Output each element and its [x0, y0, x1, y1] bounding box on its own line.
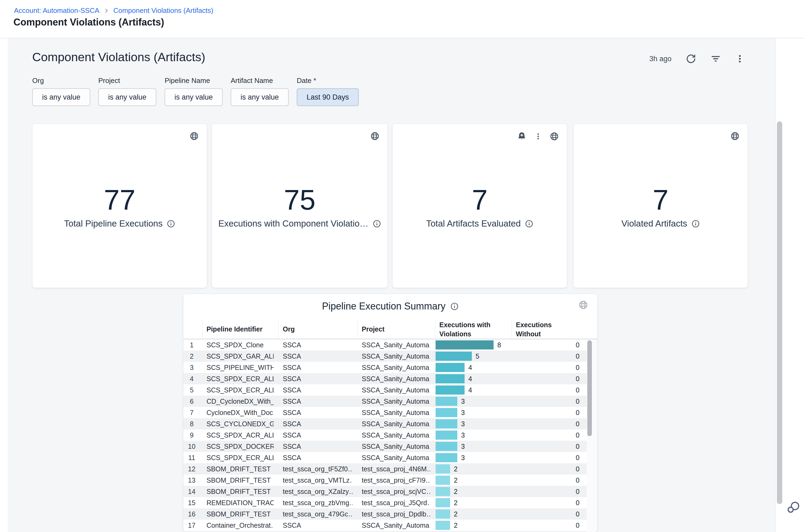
- cell-project: test_ssca_proj_Dpdlb…: [362, 508, 430, 520]
- table-row[interactable]: 4SCS_SPDX_ECR_ALL_…SSCASSCA_Sanity_Autom…: [183, 373, 587, 384]
- filter-org: Orgis any value: [32, 76, 90, 106]
- cell-org: SSCA: [283, 441, 353, 452]
- breadcrumb-page-link[interactable]: Component Violations (Artifacts): [113, 6, 213, 15]
- cell-executions-without-violations: 0: [576, 452, 580, 463]
- stat-label: Executions with Component Violatio…: [218, 218, 369, 229]
- table-row[interactable]: 8SCS_CYCLONEDX_GA…SSCASSCA_Sanity_Automa…: [183, 418, 587, 430]
- kebab-icon[interactable]: [534, 132, 542, 140]
- cell-executions-without-violations: 0: [576, 350, 580, 362]
- cell-org: test_ssca_org_tF5Zf0…: [283, 463, 353, 475]
- violations-bar: [435, 464, 450, 474]
- violations-count: 4: [468, 373, 472, 384]
- table-header: Pipeline Identifier Org Project Executio…: [183, 319, 597, 339]
- cell-org: SSCA: [283, 520, 353, 531]
- filter-pipeline-name-button[interactable]: is any value: [165, 88, 223, 106]
- refresh-icon[interactable]: [686, 53, 696, 64]
- chevron-right-icon: [104, 8, 109, 14]
- table-row[interactable]: 9SCS_SPDX_ACR_ALL…SSCASSCA_Sanity_Automa…: [183, 430, 587, 441]
- filter-date-button[interactable]: Last 90 Days: [297, 88, 359, 106]
- violations-bar: [435, 408, 457, 417]
- table-row[interactable]: 7CycloneDX_With_Doc…SSCASSCA_Sanity_Auto…: [183, 407, 587, 418]
- row-index: 4: [183, 373, 200, 384]
- stat-value: 7: [393, 184, 567, 216]
- filter-label: Project: [98, 76, 156, 88]
- col-header-pipeline-identifier: Pipeline Identifier: [206, 319, 262, 339]
- cell-executions-without-violations: 0: [576, 497, 580, 508]
- cell-project: SSCA_Sanity_Automa…: [362, 407, 430, 418]
- globe-icon[interactable]: [550, 132, 559, 141]
- cell-project: SSCA_Sanity_Automa…: [362, 520, 430, 531]
- bell-plus-icon[interactable]: [517, 132, 527, 141]
- cell-org: test_ssca_org_VMTLz…: [283, 475, 353, 486]
- row-index: 17: [183, 520, 200, 531]
- violations-count: 2: [454, 508, 457, 520]
- cell-executions-without-violations: 0: [576, 362, 580, 373]
- last-refreshed-label: 3h ago: [649, 55, 672, 63]
- filter-org-button[interactable]: is any value: [32, 88, 90, 106]
- info-icon[interactable]: [691, 220, 700, 228]
- filter-date: Date *Last 90 Days: [297, 76, 359, 106]
- cell-org: SSCA: [283, 396, 353, 407]
- table-row[interactable]: 3SCS_PIPELINE_WITH…SSCASSCA_Sanity_Autom…: [183, 362, 587, 373]
- chat-help-icon[interactable]: [786, 500, 801, 515]
- breadcrumb-account-link[interactable]: Account: Automation-SSCA: [14, 6, 99, 15]
- cell-executions-without-violations: 0: [576, 475, 580, 486]
- globe-icon[interactable]: [578, 300, 588, 310]
- violations-count: 3: [461, 430, 465, 441]
- info-icon[interactable]: [525, 220, 533, 228]
- table-row[interactable]: 14SBOM_DRIFT_TESTtest_ssca_org_XZalzy…te…: [183, 486, 587, 497]
- cell-pipeline-identifier: SCS_SPDX_GAR_ALL…: [206, 350, 274, 362]
- info-icon[interactable]: [373, 220, 381, 228]
- cell-org: SSCA: [283, 373, 353, 384]
- col-header-org: Org: [283, 319, 295, 339]
- globe-icon[interactable]: [370, 132, 379, 141]
- stat-value: 75: [212, 184, 388, 216]
- table-row[interactable]: 11SCS_SPDX_ECR_ALL_…SSCASSCA_Sanity_Auto…: [183, 452, 587, 463]
- table-row[interactable]: 1SCS_SPDX_CloneSSCASSCA_Sanity_Automa…80: [183, 339, 587, 350]
- filter-project-button[interactable]: is any value: [98, 88, 156, 106]
- cell-project: SSCA_Sanity_Automa…: [362, 452, 430, 463]
- filter-artifact-name-button[interactable]: is any value: [231, 88, 289, 106]
- cell-pipeline-identifier: SCS_SPDX_ECR_ALL_…: [206, 384, 274, 396]
- kebab-menu-icon[interactable]: [735, 54, 745, 63]
- cell-executions-without-violations: 0: [576, 520, 580, 531]
- cell-org: test_ssca_org_XZalzy…: [283, 486, 353, 497]
- table-row[interactable]: 5SCS_SPDX_ECR_ALL_…SSCASSCA_Sanity_Autom…: [183, 384, 587, 396]
- table-row[interactable]: 10SCS_SPDX_DOCKER_…SSCASSCA_Sanity_Autom…: [183, 441, 587, 452]
- filter-project: Projectis any value: [98, 76, 156, 106]
- table-row[interactable]: 17Container_Orchestrat…SSCASSCA_Sanity_A…: [183, 520, 587, 531]
- info-icon[interactable]: [450, 302, 459, 310]
- globe-icon[interactable]: [730, 132, 740, 141]
- cell-pipeline-identifier: SBOM_DRIFT_TEST: [206, 475, 274, 486]
- filter-icon[interactable]: [710, 53, 721, 64]
- cell-org: SSCA: [283, 350, 353, 362]
- violations-count: 2: [454, 520, 457, 531]
- violations-bar: [435, 340, 493, 349]
- table-row[interactable]: 12SBOM_DRIFT_TESTtest_ssca_org_tF5Zf0…te…: [183, 463, 587, 475]
- card-actions: [370, 132, 379, 141]
- table-row[interactable]: 15REMEDIATION_TRAC…test_ssca_org_zbVmg…t…: [183, 497, 587, 508]
- table-row[interactable]: 2SCS_SPDX_GAR_ALL…SSCASSCA_Sanity_Automa…: [183, 350, 587, 362]
- filter-label: Pipeline Name: [165, 76, 223, 88]
- table-row[interactable]: 6CD_CycloneDX_With_…SSCASSCA_Sanity_Auto…: [183, 396, 587, 407]
- cell-executions-without-violations: 0: [576, 508, 580, 520]
- cell-project: test_ssca_proj_scjVC…: [362, 486, 430, 497]
- info-icon[interactable]: [167, 220, 175, 228]
- cell-org: SSCA: [283, 362, 353, 373]
- globe-icon[interactable]: [190, 132, 199, 141]
- col-header-project: Project: [362, 319, 385, 339]
- stat-label-row: Total Artifacts Evaluated: [393, 218, 567, 229]
- cell-org: SSCA: [283, 339, 353, 350]
- stat-value: 7: [574, 184, 748, 216]
- row-index: 15: [183, 497, 200, 508]
- cell-pipeline-identifier: SBOM_DRIFT_TEST: [206, 508, 274, 520]
- page-scrollbar-thumb[interactable]: [777, 121, 782, 504]
- dashboard-meta: 3h ago: [649, 52, 745, 65]
- table-row[interactable]: 16SBOM_DRIFT_TESTtest_ssca_org_479Gc…tes…: [183, 508, 587, 520]
- table-scrollbar-thumb[interactable]: [587, 340, 592, 436]
- stat-card: 77Total Pipeline Executions: [33, 124, 207, 288]
- cell-org: SSCA: [283, 407, 353, 418]
- violations-count: 3: [461, 441, 465, 452]
- stat-label: Violated Artifacts: [621, 218, 687, 229]
- table-row[interactable]: 13SBOM_DRIFT_TESTtest_ssca_org_VMTLz…tes…: [183, 475, 587, 486]
